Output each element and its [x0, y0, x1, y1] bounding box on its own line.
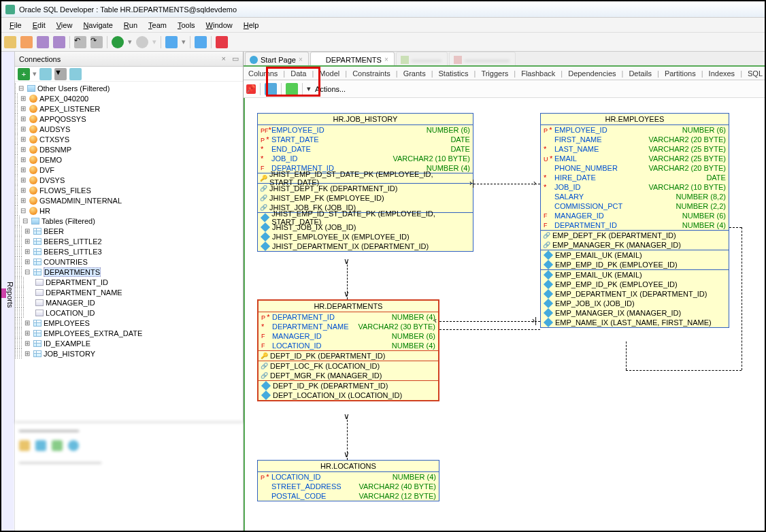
expand-icon[interactable]: ⊞ — [23, 248, 31, 255]
tree-node[interactable]: ⊞APEX_LISTENER — [15, 103, 243, 114]
grid-icon[interactable] — [69, 68, 82, 80]
minimize-icon[interactable]: × — [221, 54, 225, 63]
open-icon[interactable] — [20, 36, 33, 48]
tree-node[interactable]: ⊞GSMADMIN_INTERNAL — [15, 195, 243, 205]
menu-run[interactable]: Run — [118, 20, 143, 31]
subtab-details[interactable]: Details — [627, 68, 654, 79]
tree-node[interactable]: ⊞JOB_HISTORY — [15, 348, 243, 359]
expand-icon[interactable]: ⊞ — [19, 105, 27, 112]
add-icon[interactable]: + — [18, 68, 30, 80]
tree-node[interactable]: ⊞APEX_040200 — [15, 93, 243, 103]
expand-icon[interactable]: ⊞ — [19, 166, 27, 173]
menu-help[interactable]: Help — [238, 20, 265, 31]
tab-inactive[interactable]: ———— — [396, 52, 448, 65]
subtab-grants[interactable]: Grants — [401, 68, 428, 79]
close-icon[interactable]: × — [299, 56, 303, 63]
expand-icon[interactable]: ⊟ — [17, 84, 25, 92]
expand-icon[interactable]: ⊞ — [19, 146, 27, 153]
expand-icon[interactable]: ⊞ — [19, 156, 27, 163]
expand-icon[interactable]: ⊟ — [19, 207, 27, 214]
expand-icon[interactable]: ⊞ — [19, 176, 27, 184]
expand-icon[interactable]: ⊟ — [23, 268, 31, 276]
tree-node[interactable]: ⊞EMPLOYEES — [15, 318, 243, 328]
layout-icon[interactable] — [286, 83, 298, 95]
tree-node[interactable]: ⊞BEER — [15, 226, 243, 236]
tree-node[interactable]: ⊞DBSNMP — [15, 144, 243, 154]
subtab-partitions[interactable]: Partitions — [663, 68, 698, 79]
menu-navigate[interactable]: Navigate — [78, 20, 118, 31]
dropdown-icon[interactable]: ▾ — [182, 37, 186, 46]
sql-icon[interactable] — [165, 36, 178, 48]
pin-icon[interactable]: 📌 — [246, 84, 256, 94]
dropdown-icon[interactable]: ▾ — [307, 84, 311, 93]
subtab-model[interactable]: Model — [317, 68, 342, 79]
expand-icon[interactable]: ⊞ — [19, 197, 27, 204]
refresh-icon[interactable] — [39, 68, 52, 80]
new-icon[interactable] — [4, 36, 16, 48]
expand-icon[interactable]: ⊟ — [21, 217, 29, 225]
tree-node[interactable]: ⊞DEMO — [15, 154, 243, 165]
entity-hr-employees[interactable]: HR.EMPLOYEESP *EMPLOYEE_IDNUMBER (6)FIRS… — [540, 113, 729, 328]
tree-node[interactable]: ⊞FLOWS_FILES — [15, 185, 243, 195]
tree-node[interactable]: ⊞DVSYS — [15, 175, 243, 185]
expand-icon[interactable]: ⊞ — [23, 237, 31, 245]
tab-start-page[interactable]: Start Page × — [245, 52, 309, 65]
dropdown-icon[interactable]: ▾ — [33, 69, 37, 78]
tab-departments[interactable]: DEPARTMENTS × — [310, 52, 395, 65]
entity-hr-locations[interactable]: HR.LOCATIONSP *LOCATION_IDNUMBER (4)STRE… — [257, 460, 439, 501]
expand-icon[interactable]: ⊞ — [23, 227, 31, 235]
filter-icon[interactable]: ▼ — [54, 68, 67, 80]
tree-node[interactable]: ⊟Tables (Filtered) — [15, 216, 243, 226]
subtab-data[interactable]: Data — [288, 68, 308, 79]
subtab-columns[interactable]: Columns — [246, 68, 280, 79]
subtab-dependencies[interactable]: Dependencies — [566, 68, 618, 79]
subtab-statistics[interactable]: Statistics — [437, 68, 471, 79]
redo-icon[interactable]: ↷ — [90, 36, 103, 48]
forward-icon[interactable] — [136, 36, 148, 48]
tree-node[interactable]: ⊞CTXSYS — [15, 134, 243, 144]
zoom-icon[interactable] — [265, 83, 277, 95]
expand-icon[interactable]: ⊞ — [19, 95, 27, 102]
subtab-constraints[interactable]: Constraints — [350, 68, 393, 79]
subtab-flashback[interactable]: Flashback — [519, 68, 557, 79]
expand-icon[interactable]: ⊞ — [23, 339, 31, 347]
tree-node[interactable]: ⊞BEERS_LITTLE3 — [15, 246, 243, 256]
expand-icon[interactable]: ⊞ — [19, 125, 27, 133]
close-icon[interactable]: × — [384, 56, 388, 63]
tree-node[interactable]: ⊞AUDSYS — [15, 124, 243, 134]
saveall-icon[interactable] — [53, 36, 65, 48]
expand-icon[interactable]: ⊞ — [19, 115, 27, 122]
expand-icon[interactable]: ⊞ — [23, 350, 31, 357]
model-canvas[interactable]: HR.JOB_HISTORYPF*EMPLOYEE_IDNUMBER (6)P … — [244, 98, 765, 531]
tree-node[interactable]: DEPARTMENT_NAME — [15, 287, 243, 297]
subtab-triggers[interactable]: Triggers — [479, 68, 510, 79]
back-icon[interactable] — [112, 36, 124, 48]
menu-view[interactable]: View — [51, 20, 78, 31]
tree-node[interactable]: ⊟HR — [15, 205, 243, 216]
expand-icon[interactable]: ⊞ — [23, 329, 31, 337]
tree-node[interactable]: DEPARTMENT_ID — [15, 277, 243, 287]
dock-icon[interactable]: ▭ — [232, 54, 239, 63]
menu-file[interactable]: File — [4, 20, 27, 31]
tab-inactive[interactable]: —————— — [449, 52, 516, 65]
tree-node[interactable]: ⊟DEPARTMENTS — [15, 267, 243, 277]
tree-node[interactable]: ⊞COUNTRIES — [15, 256, 243, 267]
subtab-indexes[interactable]: Indexes — [707, 68, 737, 79]
dropdown-icon[interactable]: ▾ — [128, 37, 132, 46]
subtab-sql[interactable]: SQL — [746, 68, 765, 79]
tree-node[interactable]: ⊟Other Users (Filtered) — [15, 83, 243, 93]
expand-icon[interactable]: ⊞ — [23, 319, 31, 327]
dropdown-icon[interactable]: ▾ — [152, 37, 156, 46]
tree-node[interactable]: ⊞ID_EXAMPLE — [15, 338, 243, 348]
expand-icon[interactable]: ⊞ — [19, 186, 27, 194]
undo-icon[interactable]: ↶ — [74, 36, 86, 48]
menu-team[interactable]: Team — [143, 20, 172, 31]
tree-node[interactable]: ⊞APPQOSSYS — [15, 114, 243, 124]
tree-node[interactable]: ⊞BEERS_LITTLE2 — [15, 236, 243, 246]
expand-icon[interactable]: ⊞ — [19, 135, 27, 143]
save-icon[interactable] — [37, 36, 49, 48]
tree-node[interactable]: ⊞DVF — [15, 165, 243, 175]
tree-node[interactable]: ⊞EMPLOYEES_EXTRA_DATE — [15, 328, 243, 338]
tree-node[interactable]: LOCATION_ID — [15, 307, 243, 318]
actions-button[interactable]: Actions... — [315, 85, 346, 93]
